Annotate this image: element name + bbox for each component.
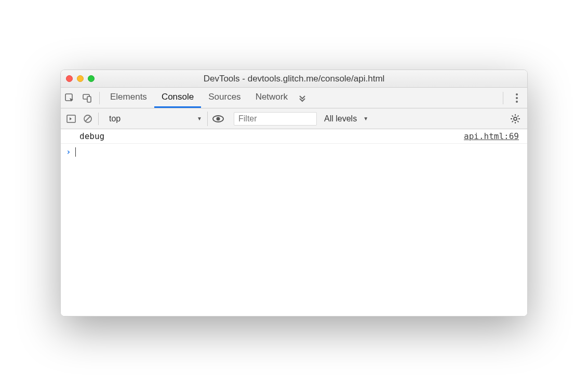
svg-line-8 (86, 116, 90, 121)
tab-network[interactable]: Network (248, 88, 295, 108)
svg-rect-2 (87, 96, 91, 102)
more-tabs-icon[interactable] (295, 88, 310, 108)
panel-tabs: Elements Console Sources Network (103, 88, 500, 108)
text-cursor (75, 147, 76, 157)
devtools-window: DevTools - devtools.glitch.me/console/ap… (60, 70, 528, 316)
source-link[interactable]: api.html:69 (464, 131, 519, 141)
tab-elements[interactable]: Elements (103, 88, 154, 108)
console-prompt[interactable]: › (61, 144, 527, 160)
svg-point-5 (516, 101, 518, 103)
tab-sources[interactable]: Sources (201, 88, 248, 108)
context-selector[interactable]: top ▼ (104, 112, 208, 126)
live-expression-icon[interactable] (210, 108, 226, 129)
filter-input[interactable] (238, 114, 312, 123)
close-button[interactable] (66, 75, 73, 82)
clear-console-icon[interactable] (81, 108, 95, 129)
svg-line-19 (517, 115, 518, 116)
prompt-caret-icon: › (66, 147, 71, 157)
svg-line-17 (517, 121, 518, 122)
console-toolbar: top ▼ All levels ▼ (61, 108, 527, 129)
filter-box[interactable] (234, 112, 317, 126)
chevron-down-icon: ▼ (197, 116, 202, 121)
log-message: debug (79, 131, 104, 141)
device-toggle-icon[interactable] (78, 88, 96, 108)
sidebar-toggle-icon[interactable] (64, 108, 78, 129)
context-label: top (109, 114, 121, 123)
inspect-element-icon[interactable] (61, 88, 78, 108)
tab-console[interactable]: Console (154, 88, 201, 108)
svg-point-4 (516, 97, 518, 99)
console-output: debug api.html:69 › (61, 129, 527, 316)
window-title: DevTools - devtools.glitch.me/console/ap… (61, 74, 527, 84)
levels-label: All levels (324, 114, 357, 123)
svg-point-3 (516, 93, 518, 95)
maximize-button[interactable] (88, 75, 95, 82)
chevron-down-icon: ▼ (363, 116, 368, 121)
separator (503, 92, 503, 104)
main-toolbar: Elements Console Sources Network (61, 88, 527, 108)
log-levels-selector[interactable]: All levels ▼ (324, 114, 368, 123)
svg-line-16 (512, 115, 513, 116)
svg-point-10 (217, 117, 220, 120)
svg-point-11 (514, 117, 517, 120)
settings-icon[interactable] (506, 114, 524, 124)
svg-line-18 (512, 121, 513, 122)
titlebar: DevTools - devtools.glitch.me/console/ap… (61, 70, 527, 88)
log-entry: debug api.html:69 (61, 129, 527, 144)
window-controls (66, 75, 95, 82)
separator (98, 113, 99, 125)
menu-icon[interactable] (506, 93, 527, 103)
separator (99, 92, 100, 104)
minimize-button[interactable] (77, 75, 84, 82)
